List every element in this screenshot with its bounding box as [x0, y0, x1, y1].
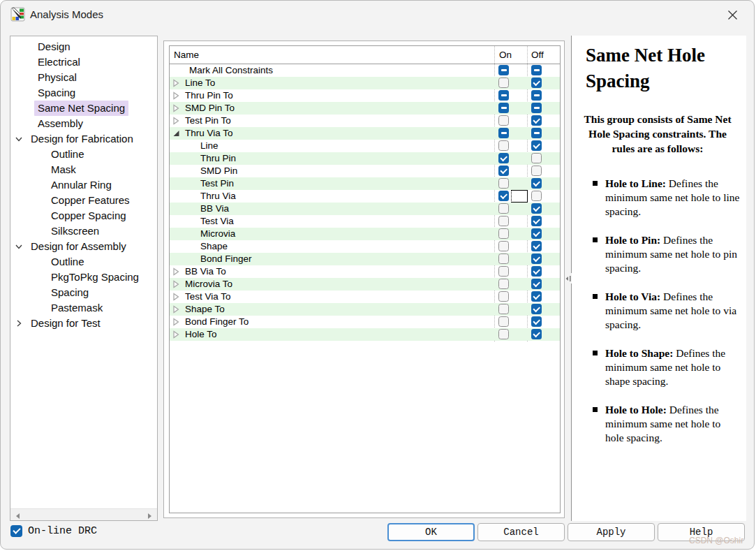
checkbox-on[interactable] — [498, 103, 509, 113]
expander-collapsed-icon[interactable] — [172, 280, 180, 288]
sidebar-item-annular-ring[interactable]: Annular Ring — [10, 177, 157, 193]
sidebar-item-design-for-assembly[interactable]: Design for Assembly — [10, 239, 157, 254]
sidebar-item-physical[interactable]: Physical — [10, 70, 157, 85]
expander-collapsed-icon[interactable] — [172, 267, 180, 276]
checkbox-on[interactable] — [498, 304, 509, 314]
sidebar-item-pastemask[interactable]: Pastemask — [10, 300, 157, 316]
sidebar-item-outline[interactable]: Outline — [10, 254, 157, 270]
checkbox-on[interactable] — [498, 115, 509, 126]
checkbox-on[interactable] — [498, 316, 509, 327]
sidebar-item-same-net-spacing[interactable]: Same Net Spacing — [10, 101, 157, 116]
expander-collapsed-icon[interactable] — [172, 117, 180, 125]
checkbox-on[interactable] — [498, 128, 509, 138]
table-row[interactable]: Microvia To — [170, 278, 560, 291]
checkbox-off[interactable] — [531, 90, 542, 101]
focused-cell[interactable] — [511, 190, 528, 203]
checkbox-off[interactable] — [531, 65, 542, 75]
online-drc-toggle[interactable]: On-line DRC — [10, 525, 97, 537]
checkbox-on[interactable] — [498, 291, 509, 302]
checkbox-on[interactable] — [498, 166, 509, 176]
checkbox-off[interactable] — [531, 191, 542, 201]
checkbox-off[interactable] — [531, 78, 542, 88]
checkbox-on[interactable] — [498, 241, 509, 251]
checkbox-off[interactable] — [531, 266, 542, 277]
checkbox-off[interactable] — [531, 241, 542, 251]
expander-collapsed-icon[interactable] — [172, 318, 180, 326]
table-row[interactable]: Microvia — [170, 228, 560, 240]
chevron-down-icon[interactable] — [15, 135, 23, 143]
scroll-left-icon[interactable] — [14, 510, 22, 519]
checkbox-off[interactable] — [531, 166, 542, 176]
table-row[interactable]: Thru Pin To — [170, 89, 560, 102]
expander-expanded-icon[interactable] — [172, 129, 180, 138]
table-row[interactable]: SMD Pin — [170, 165, 560, 177]
checkbox-on[interactable] — [498, 78, 509, 88]
sidebar-item-spacing[interactable]: Spacing — [10, 285, 157, 300]
cancel-button[interactable]: Cancel — [477, 523, 565, 541]
checkbox-off[interactable] — [531, 316, 542, 327]
table-row[interactable]: Test Via — [170, 215, 560, 228]
checkbox-off[interactable] — [531, 128, 542, 138]
table-row[interactable]: Thru Pin — [170, 152, 560, 165]
checkbox-off[interactable] — [531, 153, 542, 163]
checkbox-on[interactable] — [498, 153, 509, 163]
checkbox-on[interactable] — [498, 329, 509, 339]
table-row[interactable]: BB Via — [170, 203, 560, 215]
table-row[interactable]: Mark All Constraints — [170, 64, 560, 77]
sidebar-item-design[interactable]: Design — [10, 39, 157, 54]
checkbox-on[interactable] — [498, 216, 509, 226]
checkbox-off[interactable] — [531, 291, 542, 302]
sidebar-item-pkgtopkg-spacing[interactable]: PkgToPkg Spacing — [10, 270, 157, 285]
sidebar-item-copper-spacing[interactable]: Copper Spacing — [10, 208, 157, 223]
chevron-right-icon[interactable] — [15, 319, 23, 328]
checkbox-on[interactable] — [498, 191, 509, 201]
table-row[interactable]: Shape — [170, 240, 560, 253]
table-row[interactable]: Thru Via — [170, 190, 560, 203]
sidebar-item-silkscreen[interactable]: Silkscreen — [10, 223, 157, 239]
scroll-right-icon[interactable] — [145, 510, 154, 519]
sidebar-item-design-for-test[interactable]: Design for Test — [10, 316, 157, 331]
table-row[interactable]: SMD Pin To — [170, 102, 560, 115]
expander-collapsed-icon[interactable] — [172, 79, 180, 87]
expander-collapsed-icon[interactable] — [172, 91, 180, 100]
checkbox-off[interactable] — [531, 304, 542, 314]
expander-collapsed-icon[interactable] — [172, 104, 180, 112]
table-row[interactable]: Bond Finger — [170, 253, 560, 265]
table-row[interactable]: Test Via To — [170, 291, 560, 303]
checkbox-off[interactable] — [531, 216, 542, 226]
sidebar-item-mask[interactable]: Mask — [10, 162, 157, 177]
chevron-down-icon[interactable] — [15, 242, 23, 251]
checkbox-off[interactable] — [531, 203, 542, 214]
expander-collapsed-icon[interactable] — [172, 293, 180, 301]
checkbox-off[interactable] — [531, 115, 542, 126]
checkbox-on[interactable] — [498, 279, 509, 289]
checkbox-on[interactable] — [498, 203, 509, 214]
checkbox-on[interactable] — [498, 65, 509, 75]
sidebar-item-copper-features[interactable]: Copper Features — [10, 193, 157, 208]
sidebar-item-outline[interactable]: Outline — [10, 147, 157, 162]
table-row[interactable]: Hole To — [170, 328, 560, 341]
table-row[interactable]: Bond Finger To — [170, 316, 560, 328]
checkbox-on[interactable] — [498, 254, 509, 264]
checkbox-on[interactable] — [498, 228, 509, 239]
apply-button[interactable]: Apply — [568, 523, 655, 541]
table-row[interactable]: BB Via To — [170, 265, 560, 278]
checkbox-off[interactable] — [531, 178, 542, 189]
table-row[interactable]: Line — [170, 140, 560, 152]
ok-button[interactable]: OK — [387, 523, 475, 541]
checkbox-off[interactable] — [531, 279, 542, 289]
table-row[interactable]: Thru Via To — [170, 127, 560, 140]
close-icon[interactable] — [720, 5, 744, 24]
table-row[interactable]: Line To — [170, 77, 560, 89]
checkbox-off[interactable] — [531, 329, 542, 339]
table-row[interactable]: Shape To — [170, 303, 560, 316]
table-row[interactable]: Test Pin To — [170, 115, 560, 127]
sidebar-item-design-for-fabrication[interactable]: Design for Fabrication — [10, 131, 157, 147]
checkbox-on[interactable] — [498, 178, 509, 189]
checkbox-on[interactable] — [498, 90, 509, 101]
sidebar-item-spacing[interactable]: Spacing — [10, 85, 157, 101]
expander-collapsed-icon[interactable] — [172, 330, 180, 339]
title-bar[interactable]: Analysis Modes — [1, 1, 754, 29]
sidebar-item-electrical[interactable]: Electrical — [10, 54, 157, 70]
checkbox-on[interactable] — [498, 140, 509, 151]
